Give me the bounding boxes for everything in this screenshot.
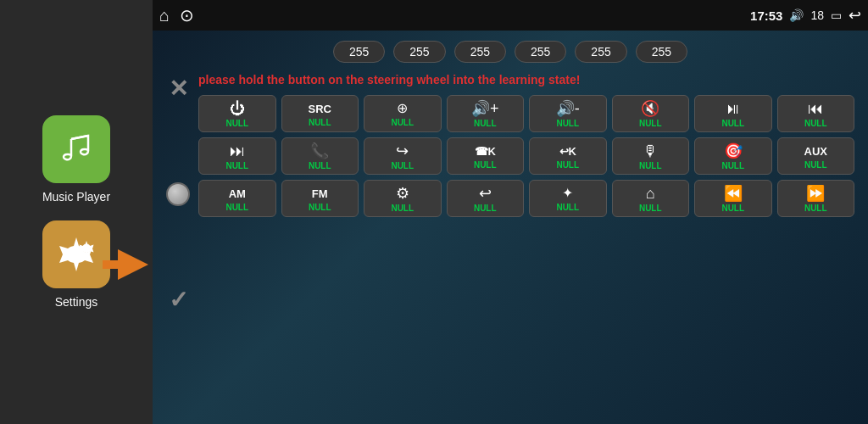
cancel-button[interactable]: ✕ <box>169 75 188 103</box>
pill-4[interactable]: 255 <box>515 41 566 63</box>
call-k-button[interactable]: ☎K NULL <box>447 137 525 175</box>
arrow-shaft <box>103 260 118 269</box>
button-row-3: AM NULL FM NULL ⚙ NULL ↩ NULL <box>198 180 854 217</box>
power-button[interactable]: ⏻ NULL <box>198 95 276 132</box>
next-track-button[interactable]: ⏭ NULL <box>198 137 276 175</box>
call-end-button[interactable]: ↪ NULL <box>364 137 442 175</box>
instruction-text: please hold the button on the steering w… <box>198 71 854 90</box>
fm-button[interactable]: FM NULL <box>281 180 359 217</box>
sidebar-item-settings[interactable]: Settings <box>42 220 110 309</box>
home-icon[interactable]: ⌂ <box>159 6 170 25</box>
top-nav: ⌂ ⊙ 17:53 🔊 18 ▭ ↩ <box>153 0 868 31</box>
home-nav-button[interactable]: ⌂ NULL <box>612 180 690 217</box>
vol-up-button[interactable]: 🔊+ NULL <box>447 95 525 132</box>
arrow-right <box>118 249 148 280</box>
volume-level: 18 <box>810 8 824 22</box>
settings-icon <box>42 220 110 288</box>
play-pause-button[interactable]: ⏯ NULL <box>694 95 772 132</box>
side-controls: ✕ ✓ <box>166 71 190 317</box>
am-button[interactable]: AM NULL <box>198 180 276 217</box>
rewind-button[interactable]: ⏪ NULL <box>694 180 772 217</box>
aux-button[interactable]: AUX NULL <box>777 137 855 175</box>
vol-down-button[interactable]: 🔊- NULL <box>529 95 607 132</box>
eq-button[interactable]: ⚙ NULL <box>364 180 442 217</box>
settings-label: Settings <box>55 295 98 309</box>
sidebar-item-music[interactable]: Music Player <box>42 115 110 204</box>
battery-icon: ▭ <box>831 8 842 22</box>
end-k-button[interactable]: ↩K NULL <box>529 137 607 175</box>
pill-5[interactable]: 255 <box>575 41 626 63</box>
fast-forward-button[interactable]: ⏩ NULL <box>777 180 855 217</box>
button-row-2: ⏭ NULL 📞 NULL ↪ NULL ☎K NULL <box>198 137 854 175</box>
back-icon[interactable]: ↩ <box>849 6 861 25</box>
confirm-button[interactable]: ✓ <box>169 286 188 314</box>
pill-1[interactable]: 255 <box>333 41 385 63</box>
svg-line-0 <box>71 136 88 139</box>
volume-icon: 🔊 <box>789 8 804 22</box>
pills-row: 255 255 255 255 255 255 <box>166 37 854 66</box>
nav-settings-icon[interactable]: ⊙ <box>180 5 194 25</box>
status-icons: 17:53 🔊 18 ▭ ↩ <box>750 6 861 25</box>
pill-2[interactable]: 255 <box>393 41 445 63</box>
camera-button[interactable]: 🎯 NULL <box>694 137 772 175</box>
music-player-icon <box>42 115 110 183</box>
music-player-label: Music Player <box>42 190 110 204</box>
buttons-area: please hold the button on the steering w… <box>198 71 854 217</box>
pill-6[interactable]: 255 <box>636 41 687 63</box>
button-row-1: ⏻ NULL SRC NULL ⊕ NULL 🔊+ NULL <box>198 95 854 132</box>
src-button[interactable]: SRC NULL <box>281 95 359 132</box>
gps-button[interactable]: ⊕ NULL <box>364 95 442 132</box>
content-area: 255 255 255 255 255 255 ✕ ✓ please hold … <box>153 31 868 424</box>
controls-area: ✕ ✓ please hold the button on the steeri… <box>166 71 854 317</box>
pill-3[interactable]: 255 <box>454 41 506 63</box>
sidebar: Music Player Settings <box>0 0 153 424</box>
main-panel: ⌂ ⊙ 17:53 🔊 18 ▭ ↩ 255 255 255 255 255 2… <box>153 0 868 424</box>
knob[interactable] <box>166 182 190 206</box>
time-display: 17:53 <box>750 8 782 23</box>
mic-button[interactable]: 🎙 NULL <box>612 137 690 175</box>
prev-track-button[interactable]: ⏮ NULL <box>777 95 855 132</box>
mute-button[interactable]: 🔇 NULL <box>612 95 690 132</box>
back-button[interactable]: ↩ NULL <box>447 180 525 217</box>
call-accept-button[interactable]: 📞 NULL <box>281 137 359 175</box>
bluetooth-button[interactable]: ✦ NULL <box>529 180 607 217</box>
